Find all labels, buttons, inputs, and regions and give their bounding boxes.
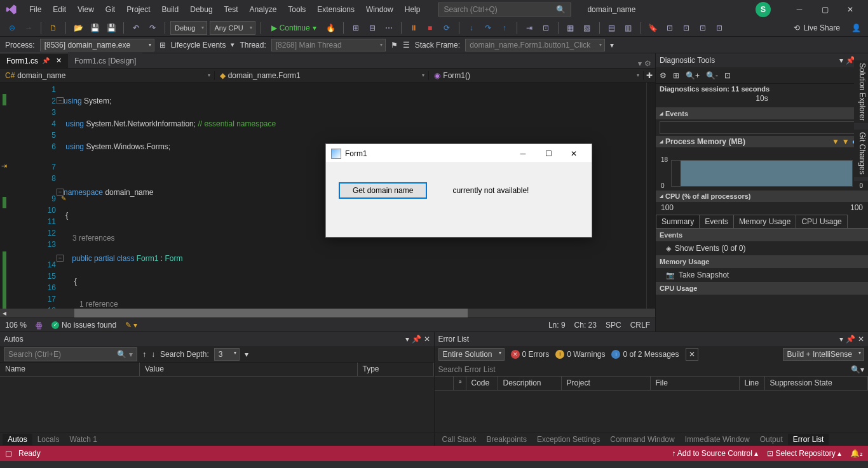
tb-icon-h[interactable]: ⊡ xyxy=(663,21,677,35)
dropdown-icon[interactable]: ▾ xyxy=(839,56,843,65)
form1-titlebar[interactable]: Form1 ─ ☐ ✕ xyxy=(326,144,592,163)
more-icon[interactable]: ▾ xyxy=(245,350,248,359)
menu-file[interactable]: File xyxy=(24,3,46,17)
notifications-icon[interactable]: 🔔₂ xyxy=(850,449,863,458)
tab-autos[interactable]: Autos xyxy=(3,434,32,445)
select-repo[interactable]: ⊡ Select Repository ▴ xyxy=(767,449,841,458)
events-lane[interactable] xyxy=(660,121,864,134)
tab-locals[interactable]: Locals xyxy=(32,434,65,445)
depth-dropdown[interactable]: 3 xyxy=(214,348,240,361)
up-arrow-icon[interactable]: ↑ xyxy=(142,350,146,359)
tab-errorlist[interactable]: Error List xyxy=(788,434,829,445)
menu-analyze[interactable]: Analyze xyxy=(245,3,282,17)
form-maximize-button[interactable]: ☐ xyxy=(536,145,561,163)
redo-icon[interactable]: ↷ xyxy=(146,21,159,35)
scroll-margin[interactable] xyxy=(646,83,655,309)
tab-dropdown-icon[interactable]: ▾ xyxy=(638,59,642,68)
events-section-header[interactable]: Events xyxy=(656,108,868,119)
memory-chart[interactable]: 18 0 18 0 xyxy=(660,149,864,189)
horizontal-scrollbar[interactable]: ◂ xyxy=(0,309,655,318)
tab-immediate[interactable]: Immediate Window xyxy=(680,434,755,445)
maximize-button[interactable]: ▢ xyxy=(812,1,837,18)
errors-filter[interactable]: ✕0 Errors xyxy=(511,350,550,359)
col-code[interactable]: Code xyxy=(466,377,498,390)
show-events-link[interactable]: ◈ Show Events (0 of 0) xyxy=(656,241,868,255)
nav-member[interactable]: ◉Form1() xyxy=(429,71,644,80)
tb-icon-b[interactable]: ⊡ xyxy=(539,21,553,35)
threads-icon[interactable]: ☰ xyxy=(403,41,410,50)
global-search-input[interactable]: Search (Ctrl+Q) 🔍 xyxy=(438,3,571,17)
error-search-input[interactable]: Search Error List xyxy=(438,365,851,374)
solution-explorer-tab[interactable]: Solution Explorer xyxy=(854,60,868,123)
diag-timeline[interactable]: 10s xyxy=(656,94,868,108)
diag-icon-2[interactable]: ⊡ xyxy=(724,71,731,80)
add-source-control[interactable]: ↑ Add to Source Control ▴ xyxy=(672,449,758,458)
menu-tools[interactable]: Tools xyxy=(283,3,311,17)
spaces-indicator[interactable]: SPC xyxy=(606,321,621,330)
cpu-section-header[interactable]: CPU (% of all processors) xyxy=(656,191,868,202)
menu-build[interactable]: Build xyxy=(157,3,184,17)
tab-callstack[interactable]: Call Stack xyxy=(437,434,482,445)
open-icon[interactable]: 📂 xyxy=(71,21,85,35)
tab-output[interactable]: Output xyxy=(755,434,788,445)
pin-icon[interactable]: 📌 xyxy=(42,57,50,64)
close-button[interactable]: ✕ xyxy=(837,1,863,18)
diag-icon-1[interactable]: ⊞ xyxy=(673,71,679,80)
stack-dropdown[interactable]: domain_name.Form1.button1_Click xyxy=(465,39,605,51)
menu-project[interactable]: Project xyxy=(121,3,155,17)
close-icon[interactable]: ✕ xyxy=(858,335,864,344)
tb-icon-d[interactable]: ▧ xyxy=(580,21,594,35)
restart-icon[interactable]: ⟳ xyxy=(440,21,454,35)
tab-exception[interactable]: Exception Settings xyxy=(532,434,605,445)
tb-icon-k[interactable]: ⊡ xyxy=(712,21,726,35)
tb-icon-j[interactable]: ⊡ xyxy=(696,21,710,35)
nav-project[interactable]: C#domain_name xyxy=(0,71,215,80)
menu-edit[interactable]: Edit xyxy=(48,3,71,17)
tab-watch[interactable]: Watch 1 xyxy=(64,434,102,445)
dropdown-icon[interactable]: ▾ xyxy=(405,335,409,344)
col-value[interactable]: Value xyxy=(140,363,358,376)
memory-section-header[interactable]: Process Memory (MB)▼▼●P xyxy=(656,136,868,147)
build-dropdown[interactable]: Build + IntelliSense xyxy=(783,348,864,361)
tab-breakpoints[interactable]: Breakpoints xyxy=(482,434,532,445)
tb-icon-3[interactable]: ⋯ xyxy=(382,21,396,35)
lifecycle-dropdown[interactable]: Lifecycle Events xyxy=(171,41,226,50)
dropdown-icon[interactable]: ▾ xyxy=(839,335,843,344)
config-dropdown[interactable]: Debug xyxy=(170,21,207,35)
stop-icon[interactable]: ■ xyxy=(423,21,437,35)
debug-more-icon[interactable]: ▾ xyxy=(610,41,614,50)
health-icon[interactable]: ꙮ xyxy=(36,321,43,330)
autos-grid[interactable] xyxy=(0,377,434,432)
pin-icon[interactable]: 📌 xyxy=(412,335,421,344)
diag-tab-memory[interactable]: Memory Usage xyxy=(733,215,796,228)
menu-window[interactable]: Window xyxy=(361,3,398,17)
issues-indicator[interactable]: ✓No issues found xyxy=(51,321,116,330)
continue-button[interactable]: ▶ Continue ▾ xyxy=(266,23,322,32)
flag-icon[interactable]: ⚑ xyxy=(391,41,398,50)
menu-debug[interactable]: Debug xyxy=(185,3,217,17)
hot-reload-icon[interactable]: 🔥 xyxy=(324,21,338,35)
diag-tab-events[interactable]: Events xyxy=(699,215,734,228)
tb-icon-e[interactable]: ▤ xyxy=(605,21,619,35)
col-name[interactable]: Name xyxy=(0,363,140,376)
tab-form1-cs[interactable]: Form1.cs 📌 ✕ xyxy=(0,53,68,68)
diag-tab-summary[interactable]: Summary xyxy=(656,215,700,228)
user-avatar[interactable]: S xyxy=(756,2,771,17)
thread-dropdown[interactable]: [8268] Main Thread xyxy=(271,39,386,51)
zoom-out-icon[interactable]: 🔍- xyxy=(706,71,718,80)
platform-dropdown[interactable]: Any CPU xyxy=(210,21,255,35)
scope-dropdown[interactable]: Entire Solution xyxy=(438,348,505,361)
col-desc[interactable]: Description xyxy=(498,377,562,390)
form-close-button[interactable]: ✕ xyxy=(561,145,587,163)
tb-icon-g[interactable]: 🔖 xyxy=(646,21,660,35)
zoom-in-icon[interactable]: 🔍+ xyxy=(686,71,700,80)
step-into-icon[interactable]: ↓ xyxy=(465,21,478,35)
take-snapshot-link[interactable]: 📷 Take Snapshot xyxy=(656,268,868,282)
settings-icon[interactable]: ⚙ xyxy=(660,71,667,80)
menu-extensions[interactable]: Extensions xyxy=(312,3,360,17)
step-over-icon[interactable]: ↷ xyxy=(481,21,495,35)
tb-icon-1[interactable]: ⊞ xyxy=(349,21,363,35)
tab-form1-design[interactable]: Form1.cs [Design] xyxy=(68,53,142,68)
menu-view[interactable]: View xyxy=(72,3,99,17)
messages-filter[interactable]: i0 of 2 Messages xyxy=(611,350,679,359)
